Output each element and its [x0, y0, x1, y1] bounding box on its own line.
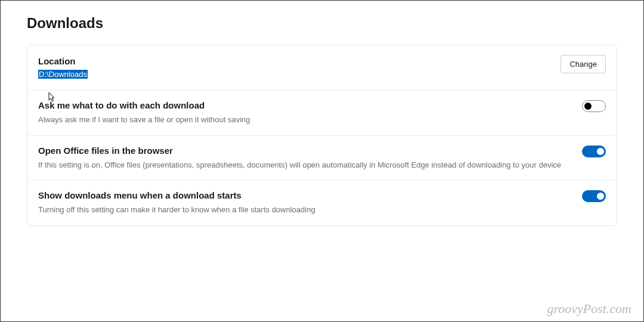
location-path: D:\Downloads — [38, 70, 88, 79]
downloads-card: Location D:\Downloads Change Ask me what… — [27, 45, 617, 226]
watermark: groovyPost.com — [547, 301, 631, 317]
location-row: Location D:\Downloads Change — [27, 45, 617, 90]
setting-title: Ask me what to do with each download — [38, 99, 570, 112]
setting-description: Turning off this setting can make it har… — [38, 204, 570, 216]
setting-open-office-browser: Open Office files in the browser If this… — [27, 135, 617, 181]
setting-title: Show downloads menu when a download star… — [38, 189, 570, 202]
toggle-show-downloads-menu[interactable] — [582, 190, 606, 202]
location-label: Location — [38, 55, 549, 67]
setting-show-downloads-menu: Show downloads menu when a download star… — [27, 180, 617, 225]
page-title: Downloads — [27, 15, 617, 32]
toggle-open-office-browser[interactable] — [582, 145, 606, 157]
setting-description: Always ask me if I want to save a file o… — [38, 114, 570, 126]
toggle-ask-each-download[interactable] — [582, 100, 606, 112]
setting-title: Open Office files in the browser — [38, 144, 570, 157]
setting-ask-each-download: Ask me what to do with each download Alw… — [27, 90, 617, 135]
change-location-button[interactable]: Change — [561, 55, 606, 73]
setting-description: If this setting is on, Office files (pre… — [38, 159, 570, 171]
